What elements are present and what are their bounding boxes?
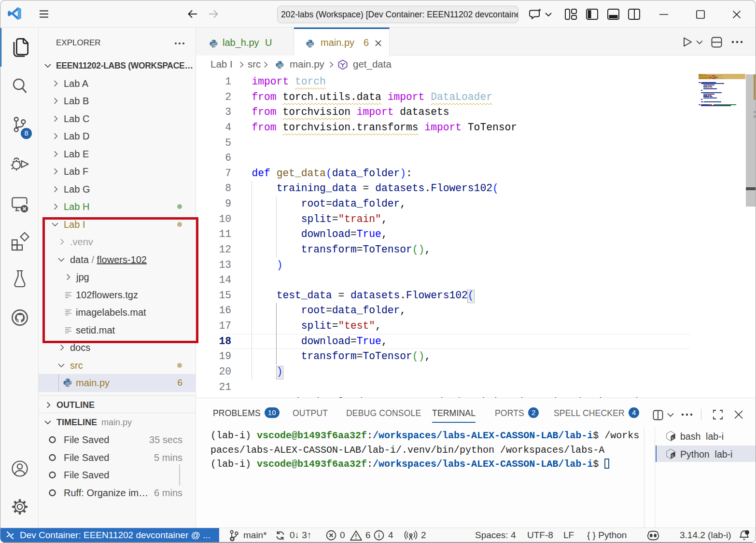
svg-text:S: S xyxy=(672,436,674,440)
svg-text:S: S xyxy=(672,454,674,458)
